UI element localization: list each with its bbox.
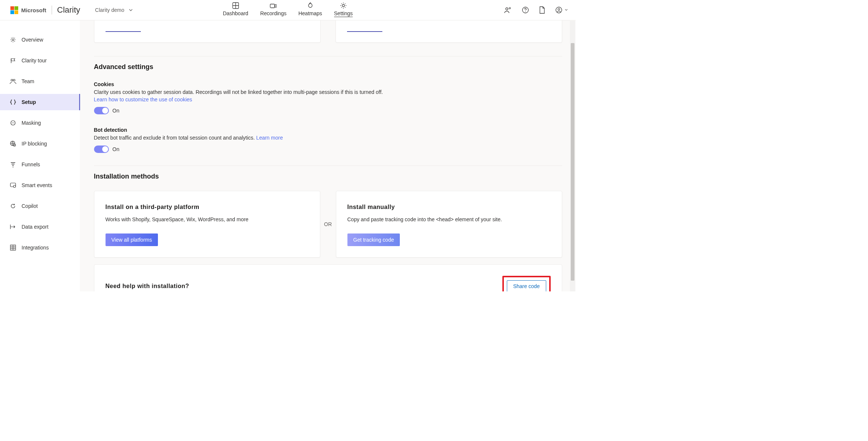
nav-recordings-label: Recordings: [260, 10, 286, 16]
svg-point-13: [12, 122, 13, 123]
svg-point-2: [342, 4, 344, 7]
chevron-down-icon: [564, 8, 568, 12]
project-switcher[interactable]: Clarity demo: [95, 7, 133, 13]
svg-point-3: [506, 8, 508, 10]
body: Overview Clarity tour Team Setup Masking: [0, 20, 576, 291]
cookies-toggle[interactable]: [94, 107, 109, 114]
get-tracking-code-button[interactable]: Get tracking code: [347, 233, 400, 246]
account-icon: [556, 7, 562, 13]
grid-icon: [10, 245, 16, 251]
help-icon: [522, 7, 529, 13]
nav-recordings[interactable]: Recordings: [260, 3, 286, 20]
nav-heatmaps[interactable]: Heatmaps: [298, 2, 322, 20]
bot-desc: Detect bot traffic and exclude it from t…: [94, 135, 256, 141]
help-button[interactable]: [522, 7, 529, 13]
mask-icon: [10, 120, 16, 126]
nav-settings-label: Settings: [334, 10, 353, 16]
install-methods-row: Install on a third-party platform Works …: [94, 191, 562, 258]
sidebar-item-label: Setup: [22, 99, 36, 105]
bot-toggle[interactable]: [94, 146, 109, 153]
export-icon: [10, 224, 16, 229]
sidebar-item-masking[interactable]: Masking: [0, 115, 80, 131]
project-name: Clarity demo: [95, 7, 124, 13]
install-heading: Installation methods: [94, 173, 562, 180]
sidebar-item-ipblocking[interactable]: IP blocking: [0, 135, 80, 152]
sidebar-item-label: IP blocking: [22, 141, 47, 147]
share-code-highlight: Share code: [502, 276, 551, 291]
sidebar-item-label: Data export: [22, 224, 48, 230]
svg-point-4: [509, 7, 511, 9]
cookies-learn-link[interactable]: Learn how to customize the use of cookie…: [94, 97, 192, 102]
cookies-title: Cookies: [94, 81, 562, 87]
help-title: Need help with installation?: [106, 283, 190, 290]
sidebar-item-setup[interactable]: Setup: [0, 94, 80, 110]
sidebar-item-label: Copilot: [22, 203, 38, 209]
invite-people-button[interactable]: [504, 7, 512, 13]
scrollbar-track[interactable]: [570, 21, 575, 291]
people-icon: [504, 7, 512, 13]
card-stub-left: [94, 20, 321, 43]
bot-learn-link[interactable]: Learn more: [256, 135, 283, 141]
advanced-settings-heading: Advanced settings: [94, 63, 562, 71]
svg-point-18: [13, 185, 16, 187]
card-icon: [10, 183, 16, 188]
nav-settings[interactable]: Settings: [334, 2, 353, 20]
sidebar-item-overview[interactable]: Overview: [0, 32, 80, 48]
header-divider: [52, 6, 52, 14]
top-nav: Dashboard Recordings Heatmaps Settings: [223, 0, 353, 20]
account-menu[interactable]: [556, 7, 568, 13]
sidebar-item-label: Funnels: [22, 161, 40, 167]
document-button[interactable]: [539, 6, 545, 14]
sidebar-item-copilot[interactable]: Copilot: [0, 198, 80, 214]
cookies-desc: Clarity uses cookies to gather session d…: [94, 89, 383, 95]
globe-block-icon: [10, 141, 16, 147]
sidebar-item-integrations[interactable]: Integrations: [0, 239, 80, 256]
header-actions: [504, 6, 568, 14]
sidebar-item-label: Masking: [22, 120, 41, 126]
camera-icon: [270, 3, 277, 9]
share-code-button[interactable]: Share code: [507, 280, 546, 291]
tour-icon: [10, 58, 16, 63]
sidebar-item-team[interactable]: Team: [0, 73, 80, 89]
fire-icon: [307, 2, 313, 9]
sidebar-item-funnels[interactable]: Funnels: [0, 156, 80, 173]
bot-state: On: [113, 146, 120, 152]
scrollbar-thumb[interactable]: [571, 43, 574, 281]
bot-title: Bot detection: [94, 127, 562, 133]
main-content: Advanced settings Cookies Clarity uses c…: [80, 20, 576, 291]
sidebar-item-tour[interactable]: Clarity tour: [0, 52, 80, 69]
nav-dashboard-label: Dashboard: [223, 10, 249, 16]
refresh-icon: [10, 203, 16, 209]
funnel-icon: [10, 161, 16, 167]
or-separator: OR: [320, 191, 336, 258]
svg-point-14: [13, 122, 14, 123]
gear-icon: [10, 37, 16, 43]
sidebar-item-label: Team: [22, 78, 34, 84]
install-manual-title: Install manually: [347, 204, 551, 210]
bot-setting: Bot detection Detect bot traffic and exc…: [94, 127, 562, 153]
app-header: Microsoft Clarity Clarity demo Dashboard…: [0, 0, 576, 20]
sidebar-item-label: Integrations: [22, 245, 49, 251]
settings-sidebar: Overview Clarity tour Team Setup Masking: [0, 20, 80, 291]
cookies-state: On: [113, 108, 120, 114]
svg-point-6: [525, 12, 526, 12]
document-icon: [539, 6, 545, 14]
gear-icon: [340, 2, 347, 9]
install-manual-card: Install manually Copy and paste tracking…: [336, 191, 562, 258]
partial-cards-row: [94, 20, 562, 43]
svg-rect-19: [10, 245, 16, 250]
braces-icon: [10, 99, 16, 105]
nav-dashboard[interactable]: Dashboard: [223, 2, 249, 20]
svg-point-12: [11, 121, 15, 125]
svg-rect-1: [271, 4, 275, 8]
sidebar-item-smartevents[interactable]: Smart events: [0, 177, 80, 193]
sidebar-item-dataexport[interactable]: Data export: [0, 219, 80, 235]
svg-point-8: [558, 9, 560, 10]
sidebar-item-label: Clarity tour: [22, 58, 47, 63]
nav-heatmaps-label: Heatmaps: [298, 10, 322, 16]
svg-point-11: [13, 79, 15, 81]
product-name: Clarity: [57, 5, 80, 15]
team-icon: [10, 78, 16, 84]
view-all-platforms-button[interactable]: View all platforms: [106, 233, 158, 246]
install-thirdparty-title: Install on a third-party platform: [106, 204, 309, 210]
